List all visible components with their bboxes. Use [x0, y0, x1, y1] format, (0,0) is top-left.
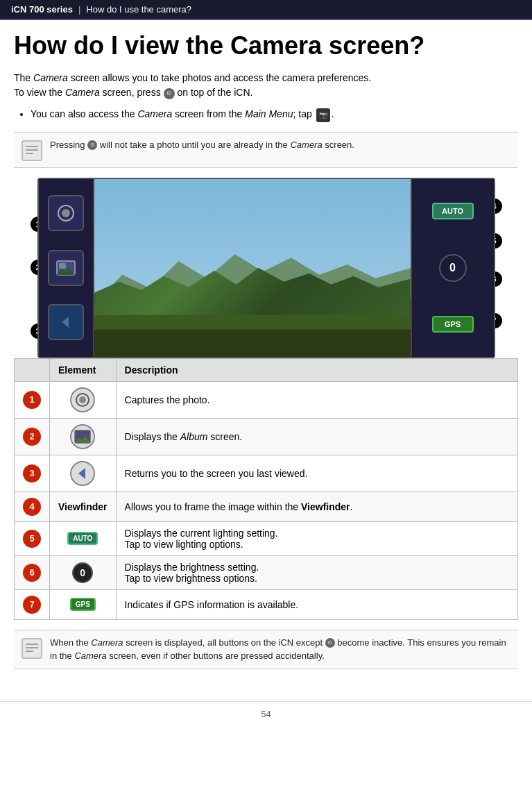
note-camera-icon-2: ⊙ — [325, 638, 335, 648]
note-box-1: Pressing ⊙ will not take a photo until y… — [14, 132, 518, 168]
row-icon-1 — [50, 381, 117, 418]
note-icon-2 — [21, 637, 43, 660]
table-row: 4 Viewfinder Allows you to frame the ima… — [15, 492, 518, 521]
row-num-2: 2 — [15, 418, 50, 455]
bullet-item-1: You can also access the Camera screen fr… — [31, 107, 518, 121]
table-row: 3 Returns you to the screen you last vie… — [15, 455, 518, 492]
row-icon-3 — [50, 455, 117, 492]
bullet-list: You can also access the Camera screen fr… — [31, 107, 518, 121]
intro-paragraph-1: The Camera screen allows you to take pho… — [14, 71, 518, 100]
svg-marker-9 — [62, 317, 69, 328]
brightness-icon: 0 — [72, 562, 93, 583]
table-row: 6 0 Displays the brightness setting.Tap … — [15, 555, 518, 589]
page-footer: 54 — [0, 701, 532, 726]
camera-back-btn[interactable] — [48, 304, 84, 340]
camera-album-btn[interactable] — [48, 250, 84, 286]
back-icon — [70, 461, 95, 486]
row-desc-2: Displays the Album screen. — [116, 418, 517, 455]
camera-screenshot-container: 1 2 3 4 5 6 7 — [37, 178, 495, 358]
row-num-1: 1 — [15, 381, 50, 418]
header-separator: | — [78, 4, 80, 15]
col-header-num — [15, 358, 50, 381]
page-title: How do I view the Camera screen? — [14, 31, 518, 60]
row-number-badge: 6 — [23, 564, 41, 582]
row-number-badge: 5 — [23, 530, 41, 548]
header-series: iCN 700 series — [11, 4, 73, 15]
row-desc-1: Captures the photo. — [116, 381, 517, 418]
note-camera-icon: ⊙ — [87, 140, 97, 150]
camera-right-controls: AUTO 0 GPS — [411, 179, 494, 357]
row-num-3: 3 — [15, 455, 50, 492]
row-label-4: Viewfinder — [50, 492, 117, 521]
camera-capture-btn[interactable] — [48, 195, 84, 231]
svg-rect-7 — [59, 263, 66, 269]
camera-viewfinder — [94, 179, 411, 357]
table-row: 2 Displays the Album screen. — [15, 418, 518, 455]
camera-left-controls — [39, 179, 94, 357]
camera-gps-btn[interactable]: GPS — [432, 316, 474, 333]
row-num-6: 6 — [15, 555, 50, 589]
table-row: 5 AUTO Displays the current lighting set… — [15, 521, 518, 555]
svg-rect-0 — [22, 141, 42, 160]
page-number: 54 — [261, 709, 271, 719]
note-icon-1 — [21, 140, 43, 162]
row-desc-7: Indicates if GPS information is availabl… — [116, 589, 517, 619]
row-desc-6: Displays the brightness setting.Tap to v… — [116, 555, 517, 589]
elements-table: Element Description 1 Capture — [14, 358, 518, 620]
page-header: iCN 700 series | How do I use the camera… — [0, 0, 532, 20]
note-text-1: Pressing ⊙ will not take a photo until y… — [50, 138, 354, 152]
row-desc-5: Displays the current lighting setting.Ta… — [116, 521, 517, 555]
svg-rect-19 — [22, 639, 42, 658]
auto-icon: AUTO — [67, 532, 98, 545]
svg-point-15 — [79, 396, 86, 403]
row-icon-7: GPS — [50, 589, 117, 619]
col-header-element: Element — [50, 358, 117, 381]
row-desc-4: Allows you to frame the image within the… — [116, 492, 517, 521]
table-row: 1 Captures the photo. — [15, 381, 518, 418]
row-num-7: 7 — [15, 589, 50, 619]
row-number-badge: 7 — [23, 596, 41, 614]
camera-button-icon: ⊙ — [164, 88, 175, 99]
row-number-badge: 1 — [23, 391, 41, 409]
header-topic: How do I use the camera? — [86, 4, 191, 15]
row-num-5: 5 — [15, 521, 50, 555]
capture-icon — [70, 387, 95, 412]
row-icon-6: 0 — [50, 555, 117, 589]
row-number-badge: 3 — [23, 464, 41, 483]
row-desc-3: Returns you to the screen you last viewe… — [116, 455, 517, 492]
note-text-2: When the Camera screen is displayed, all… — [50, 636, 511, 663]
landscape-svg — [94, 179, 411, 357]
svg-point-5 — [62, 209, 70, 217]
camera-tap-icon: 📷 — [316, 108, 330, 122]
svg-marker-18 — [78, 468, 85, 479]
row-icon-5: AUTO — [50, 521, 117, 555]
col-header-description: Description — [116, 358, 517, 381]
table-row: 7 GPS Indicates if GPS information is av… — [15, 589, 518, 619]
row-num-4: 4 — [15, 492, 50, 521]
note-box-2: When the Camera screen is displayed, all… — [14, 630, 518, 669]
camera-mockup: AUTO 0 GPS — [37, 178, 495, 358]
gps-icon: GPS — [70, 598, 96, 611]
camera-auto-btn[interactable]: AUTO — [432, 203, 474, 219]
camera-brightness-btn[interactable]: 0 — [439, 254, 467, 282]
album-icon — [70, 424, 95, 449]
row-icon-2 — [50, 418, 117, 455]
row-number-badge: 2 — [23, 428, 41, 446]
row-number-badge: 4 — [23, 498, 41, 516]
svg-rect-13 — [94, 329, 411, 356]
main-content: How do I view the Camera screen? The Cam… — [0, 20, 532, 690]
